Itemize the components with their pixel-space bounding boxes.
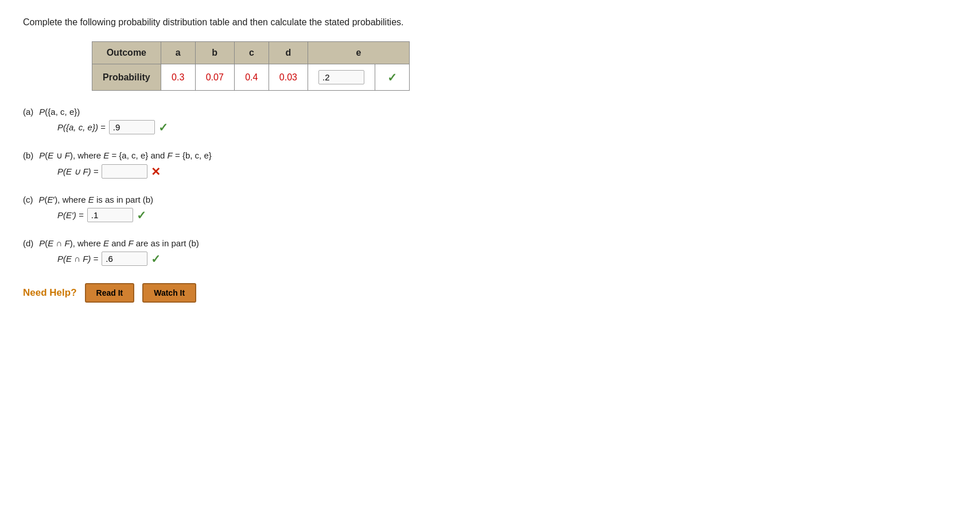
part-d-checkmark: ✓ [151, 252, 161, 266]
prob-e-check: ✓ [375, 64, 409, 91]
watch-it-button[interactable]: Watch It [142, 283, 196, 303]
col-d: d [269, 42, 308, 64]
part-c-answer-row: P(E′) = ✓ [57, 208, 957, 222]
part-a-question: P({a, c, e}) [39, 107, 80, 117]
prob-a: 0.3 [161, 64, 195, 91]
part-d-header: (d) P(E ∩ F), where E and F are as in pa… [23, 238, 957, 248]
part-b-crossmark: ✕ [151, 165, 161, 179]
part-c-header: (c) P(E′), where E is as in part (b) [23, 195, 957, 204]
table-prob-row: Probability 0.3 0.07 0.4 0.03 ✓ [92, 64, 410, 91]
part-a-input[interactable] [109, 120, 155, 134]
part-b-letter: (b) [23, 150, 33, 160]
part-c-checkmark: ✓ [137, 208, 146, 222]
part-b-header: (b) P(E ∪ F), where E = {a, c, e} and F … [23, 150, 957, 161]
section-a: (a) P({a, c, e}) P({a, c, e}) = ✓ [23, 107, 957, 134]
section-d: (d) P(E ∩ F), where E and F are as in pa… [23, 238, 957, 266]
part-c-letter: (c) [23, 195, 33, 204]
part-d-question: P(E ∩ F), where E and F are as in part (… [39, 238, 199, 248]
instructions: Complete the following probability distr… [23, 17, 957, 28]
col-e: e [308, 42, 409, 64]
read-it-button[interactable]: Read It [85, 283, 135, 303]
part-a-answer-label: P({a, c, e}) = [57, 122, 106, 132]
prob-c: 0.4 [234, 64, 269, 91]
prob-e-input-cell[interactable] [308, 64, 375, 91]
part-a-answer-row: P({a, c, e}) = ✓ [57, 120, 957, 134]
part-b-answer-label: P(E ∪ F) = [57, 167, 98, 177]
part-b-input[interactable] [102, 164, 147, 179]
prob-d: 0.03 [269, 64, 308, 91]
part-c-input[interactable] [87, 208, 133, 222]
part-a-checkmark: ✓ [158, 121, 168, 134]
section-b: (b) P(E ∪ F), where E = {a, c, e} and F … [23, 150, 957, 179]
part-b-question: P(E ∪ F), where E = {a, c, e} and F = {b… [39, 150, 211, 161]
prob-label: Probability [92, 64, 161, 91]
part-a-header: (a) P({a, c, e}) [23, 107, 957, 117]
col-c: c [234, 42, 269, 64]
section-c: (c) P(E′), where E is as in part (b) P(E… [23, 195, 957, 222]
part-c-answer-label: P(E′) = [57, 210, 84, 220]
part-a-letter: (a) [23, 107, 33, 117]
col-outcome: Outcome [92, 42, 161, 64]
part-d-answer-label: P(E ∩ F) = [57, 254, 98, 264]
table-header-row: Outcome a b c d e [92, 42, 410, 64]
part-d-input[interactable] [102, 252, 147, 266]
need-help-section: Need Help? Read It Watch It [23, 283, 957, 303]
part-b-answer-row: P(E ∪ F) = ✕ [57, 164, 957, 179]
prob-b: 0.07 [195, 64, 234, 91]
col-a: a [161, 42, 195, 64]
prob-e-input[interactable] [318, 70, 364, 84]
need-help-label: Need Help? [23, 287, 77, 299]
probability-table: Outcome a b c d e Probability 0.3 0.07 0… [92, 41, 410, 91]
part-c-question: P(E′), where E is as in part (b) [39, 195, 154, 204]
col-b: b [195, 42, 234, 64]
part-d-letter: (d) [23, 238, 33, 248]
part-d-answer-row: P(E ∩ F) = ✓ [57, 252, 957, 266]
